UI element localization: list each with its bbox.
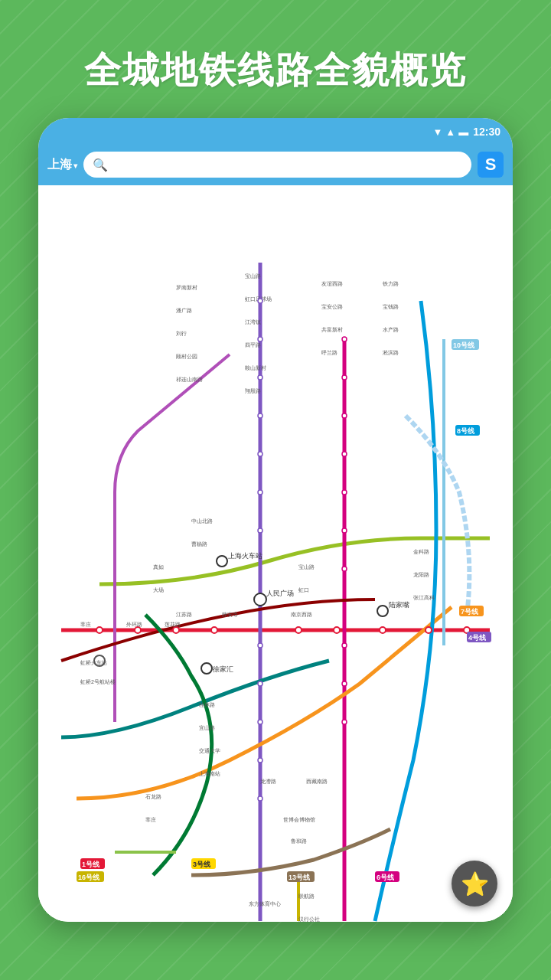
svg-text:铁力路: 铁力路	[382, 281, 399, 286]
svg-text:虹桥火车站: 虹桥火车站	[80, 660, 107, 665]
svg-point-7	[377, 606, 388, 616]
svg-text:曹杨路: 曹杨路	[191, 541, 207, 547]
svg-text:龙阳路: 龙阳路	[413, 572, 429, 577]
svg-text:莲花路: 莲花路	[165, 622, 181, 627]
star-icon: ⭐	[461, 871, 489, 897]
svg-text:10号线: 10号线	[453, 341, 475, 349]
svg-point-5	[217, 556, 227, 567]
svg-text:13号线: 13号线	[289, 874, 311, 881]
svg-text:罗南新村: 罗南新村	[176, 285, 197, 290]
svg-text:南京西路: 南京西路	[291, 612, 312, 617]
svg-text:友谊西路: 友谊西路	[321, 281, 343, 286]
svg-point-11	[135, 627, 141, 633]
svg-point-106	[342, 643, 347, 648]
svg-text:鞍山新村: 鞍山新村	[245, 365, 266, 371]
svg-text:虹口: 虹口	[298, 587, 309, 593]
svg-point-97	[258, 758, 262, 763]
svg-text:翔殷路: 翔殷路	[245, 388, 261, 394]
svg-text:4号线: 4号线	[468, 634, 487, 642]
svg-text:江湾镇: 江湾镇	[245, 319, 261, 325]
svg-text:西藏南路: 西藏南路	[306, 779, 328, 784]
svg-text:共富新村: 共富新村	[321, 327, 343, 333]
metro-map[interactable]: 人民广场 徐家汇 上海火车站 陆家嘴 莘庄 外环	[38, 185, 513, 922]
svg-text:虹桥2号航站楼: 虹桥2号航站楼	[80, 679, 116, 685]
svg-point-16	[380, 627, 386, 633]
svg-text:人民广场: 人民广场	[266, 590, 294, 597]
svg-text:静安寺: 静安寺	[222, 612, 238, 618]
svg-text:呼兰路: 呼兰路	[321, 350, 337, 355]
svg-text:真如: 真如	[153, 564, 164, 570]
chevron-down-icon: ▾	[73, 162, 77, 170]
metro-logo: S	[478, 152, 504, 178]
status-bar: ▼ ▲ ▬ 12:30	[38, 118, 513, 145]
svg-text:1号线: 1号线	[82, 861, 100, 868]
svg-text:龙漕路: 龙漕路	[260, 779, 276, 784]
svg-text:8号线: 8号线	[457, 427, 475, 435]
search-input[interactable]: 🔍	[83, 152, 471, 178]
search-bar: 上海 ▾ 🔍 S	[38, 145, 513, 185]
svg-text:6号线: 6号线	[377, 874, 395, 881]
svg-point-105	[342, 567, 347, 571]
svg-text:莘庄: 莘庄	[80, 622, 91, 627]
svg-text:东方体育中心: 东方体育中心	[249, 900, 281, 907]
favorite-button[interactable]: ⭐	[452, 861, 497, 906]
svg-text:上海火车站: 上海火车站	[228, 552, 262, 560]
svg-text:汉行公社: 汉行公社	[298, 916, 320, 922]
svg-text:3号线: 3号线	[193, 861, 211, 868]
svg-text:世博会博物馆: 世博会博物馆	[283, 817, 315, 822]
svg-point-12	[173, 627, 179, 633]
svg-point-108	[342, 720, 347, 724]
svg-text:淞滨路: 淞滨路	[383, 350, 399, 356]
svg-point-107	[342, 681, 347, 686]
svg-point-101	[342, 413, 347, 418]
svg-text:陆家嘴: 陆家嘴	[389, 601, 409, 609]
svg-text:金科路: 金科路	[413, 549, 429, 554]
city-name: 上海	[47, 157, 72, 173]
svg-point-15	[334, 627, 340, 633]
svg-text:宝山路: 宝山路	[298, 564, 315, 570]
status-time: 12:30	[473, 126, 500, 138]
svg-point-1	[254, 593, 266, 606]
svg-point-10	[96, 627, 103, 633]
svg-point-17	[425, 627, 432, 633]
svg-text:联航路: 联航路	[298, 893, 315, 899]
svg-text:四平路: 四平路	[245, 342, 261, 348]
svg-text:宜山路: 宜山路	[199, 725, 215, 730]
svg-text:石龙路: 石龙路	[145, 794, 161, 799]
signal-icon: ▲	[445, 126, 455, 138]
svg-text:潘广路: 潘广路	[176, 308, 192, 313]
svg-point-100	[342, 375, 347, 380]
svg-point-89	[258, 375, 262, 380]
svg-point-102	[342, 452, 347, 456]
svg-point-91	[258, 452, 262, 456]
svg-point-99	[342, 337, 347, 341]
svg-text:交通大学: 交通大学	[199, 748, 220, 754]
svg-text:张江高科: 张江高科	[413, 595, 435, 600]
svg-point-14	[295, 627, 302, 633]
svg-point-93	[258, 528, 262, 533]
svg-text:上海南站: 上海南站	[199, 771, 220, 776]
search-icon: 🔍	[93, 158, 108, 172]
city-selector[interactable]: 上海 ▾	[47, 157, 77, 173]
wifi-icon: ▼	[432, 126, 442, 138]
svg-text:刘行: 刘行	[176, 331, 187, 336]
svg-text:中山北路: 中山北路	[191, 518, 213, 524]
svg-rect-0	[38, 186, 513, 921]
svg-text:16号线: 16号线	[78, 874, 100, 881]
svg-point-92	[258, 490, 262, 495]
svg-text:鲁班路: 鲁班路	[291, 838, 307, 844]
svg-point-104	[342, 528, 347, 533]
battery-icon: ▬	[458, 126, 468, 138]
svg-text:7号线: 7号线	[461, 608, 479, 616]
svg-text:宝钱路: 宝钱路	[383, 304, 399, 309]
svg-text:水产路: 水产路	[383, 327, 399, 332]
svg-point-88	[258, 337, 262, 341]
status-icons: ▼ ▲ ▬	[432, 126, 468, 138]
svg-text:江苏路: 江苏路	[176, 612, 192, 617]
svg-text:祁连山南路: 祁连山南路	[176, 377, 203, 382]
svg-point-98	[258, 796, 262, 801]
svg-text:桂林路: 桂林路	[198, 702, 215, 707]
svg-text:顾村公园: 顾村公园	[176, 354, 197, 359]
page-title: 全城地铁线路全貌概览	[84, 46, 467, 95]
svg-text:宝安公路: 宝安公路	[321, 304, 343, 309]
